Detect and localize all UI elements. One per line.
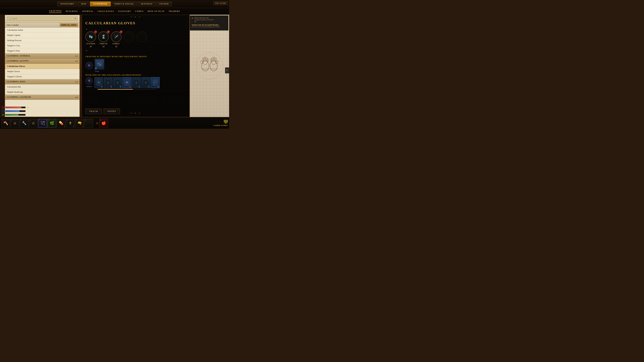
nav-inventory[interactable]: INVENTORY (57, 1, 77, 6)
augment-card-1[interactable]: ⊕ (94, 77, 103, 88)
hotbar-slot-8[interactable]: 8 🗡 6 (66, 119, 75, 128)
hotbar-slot-1[interactable]: 1 🪓 (1, 119, 10, 128)
augment-card-dot-1: ⊕ (101, 86, 103, 87)
svg-point-32 (200, 60, 203, 64)
subnav-journal[interactable]: JOURNAL (82, 10, 94, 12)
augment-scrollbar-fill (98, 89, 133, 90)
category-count: 4/4 (75, 96, 78, 98)
quest-title-2: Venture into the Ascended Realms (192, 24, 226, 26)
augment-card-5[interactable]: ⊕ (132, 77, 141, 88)
bench-card[interactable]: ⊕ (95, 59, 104, 69)
subnav-crafting[interactable]: CRAFTING (49, 10, 62, 13)
brand-bar-1 (224, 120, 224, 122)
nav-party-social[interactable]: PARTY & SOCIAL (111, 1, 137, 6)
bench-card-inner (96, 60, 104, 68)
ingredient-fabric: ✕ 🪡 FABRIC x2 (111, 31, 122, 48)
brand-bar-4 (226, 120, 227, 123)
left-panel-header: 🔍 ✕ (5, 15, 80, 22)
list-item-trappers-coat[interactable]: Trapper's Coat (5, 43, 80, 48)
brand-bar-2 (225, 120, 225, 123)
svg-rect-24 (154, 83, 157, 83)
remove-fabric-icon[interactable]: ✕ (120, 30, 122, 33)
mark-all-read-button[interactable]: MARK ALL READ (60, 23, 78, 26)
quest-title-1: Silence the Fae's tune (194, 17, 214, 19)
hotbar-icon-6: 🌿 (50, 121, 54, 125)
remove-thread-icon[interactable]: ✕ (107, 30, 110, 33)
remove-leather-icon[interactable]: ✕ (94, 30, 97, 33)
quest-item-1: ● Silence the Fae's tune Conquer Bastill… (192, 17, 226, 22)
augment-card-2[interactable]: ⊕ (104, 77, 112, 88)
quest-sub-2: Travel to an Ascended Antiquarian Realm (192, 26, 226, 28)
brand-bar-3 (226, 120, 226, 124)
close-button[interactable]: ESC CLOSE (213, 1, 228, 5)
hotbar-slot-0[interactable]: 0 (84, 119, 93, 128)
list-item-trappers-gloves[interactable]: Trapper's Gloves (5, 74, 80, 79)
augment-card-3[interactable]: ⊕ (113, 77, 122, 88)
svg-point-35 (210, 61, 217, 71)
hotbar-q-slot[interactable]: Q 🍎 (99, 119, 108, 128)
augment-label: Science (86, 85, 92, 87)
augment-card-6[interactable]: ⊕ (142, 77, 150, 88)
hotbar-icon-3: 🔧 (22, 121, 26, 125)
search-input[interactable] (12, 17, 73, 20)
mana-bar-fill (6, 110, 20, 112)
top-navigation: INVENTORY MAP GUIDEBOOK PARTY & SOCIAL S… (0, 0, 229, 8)
subnav-codex[interactable]: CODEX (135, 10, 144, 12)
list-item[interactable]: Striking Peacoat (5, 38, 80, 43)
svg-rect-25 (154, 84, 156, 84)
chat-button[interactable]: ✉ (225, 67, 229, 73)
hotbar-slot-4[interactable]: 4 ⚔ (29, 119, 38, 128)
quest-notification: ● Silence the Fae's tune Conquer Bastill… (190, 15, 228, 30)
list-item-trappers-pack[interactable]: Trapper's Pack (5, 48, 80, 53)
subnav-challenges[interactable]: CHALLENGES (98, 10, 114, 12)
list-item-simple-headwrap[interactable]: Simple Headwrap (5, 89, 80, 95)
nav-guidebook[interactable]: GUIDEBOOK (90, 1, 110, 6)
ingredient-empty-2 (136, 31, 147, 42)
fabric-qty: x2 (115, 45, 117, 48)
stamina-row: ⚡ (1, 113, 32, 116)
subnav-glossary[interactable]: GLOSSARY (118, 10, 131, 12)
chat-icon: ✉ (226, 69, 228, 72)
hotbar-key-6: 6 (48, 119, 49, 121)
hotbar-slot-5[interactable]: 5 🏹 (38, 119, 47, 128)
hotbar-q-icon: 🍎 (102, 121, 106, 125)
augment-card-7[interactable]: ⊕ (151, 77, 160, 88)
hotbar-icon-5: 🏹 (40, 121, 45, 125)
category-count: 1/1 (75, 55, 78, 57)
search-clear-icon[interactable]: ✕ (74, 17, 76, 20)
nav-map[interactable]: MAP (78, 1, 90, 6)
hotbar-slot-3[interactable]: 3 🔧 (20, 119, 28, 128)
list-item[interactable]: Calcularian Jacket (5, 27, 80, 33)
hotbar: 1 🪓 2 ⚔ 3 🔧 4 ⚔ 5 🏹 6 🌿 7 💊 3 8 🗡 6 9 🔫 … (0, 117, 229, 129)
subnav-building[interactable]: BUILDING (66, 10, 78, 12)
hotbar-key-9: 9 (76, 119, 77, 121)
list-item-calcularian-hat[interactable]: Calcularian Hat (5, 84, 80, 89)
stamina-bar-fill (6, 114, 18, 115)
hotbar-slot-9[interactable]: 9 🔫 2 (75, 119, 84, 128)
svg-point-31 (207, 59, 209, 62)
hotbar-slot-6[interactable]: 6 🌿 (48, 119, 56, 128)
hotbar-key-1: 1 (2, 119, 3, 121)
list-item[interactable]: Simple Capelet (5, 33, 80, 38)
quest-sub-1: Conquer Bastilles of Intellect (194, 19, 214, 21)
augment-scrollbar[interactable] (98, 89, 156, 90)
nav-settings[interactable]: SETTINGS (138, 1, 156, 6)
nav-system[interactable]: SYSTEM (156, 1, 172, 6)
hotbar-slot-2[interactable]: 2 ⚔ (10, 119, 19, 128)
subnav-traders[interactable]: TRADERS (169, 10, 180, 12)
subnav-howtoplay[interactable]: HOW TO PLAY (148, 10, 164, 12)
augment-cards-row: ⊕ ⊕ (94, 77, 160, 88)
hotbar-slot-7[interactable]: 7 💊 3 (57, 119, 66, 128)
list-item-simple-gloves[interactable]: Simple Gloves (5, 69, 80, 74)
bench-label: Tailor (95, 70, 104, 72)
ingredients-section: ＋ ✕ 🧤 LEATHER x2 ✕ 🧵 THREAD x2 (82, 26, 189, 54)
augment-card-4[interactable]: N ⊕ (122, 77, 131, 88)
filter-bar: Only Craftable MARK ALL READ (5, 22, 80, 27)
hotbar-icon-1: 🪓 (4, 121, 8, 125)
hotbar-icon-7: 💊 (59, 121, 64, 125)
augment-label-col: ⚗ Science (85, 77, 93, 87)
list-container[interactable]: Calcularian Jacket Simple Capelet Striki… (5, 27, 80, 117)
hotbar-count-7: 3 (64, 125, 65, 127)
list-item-calcularian-gloves[interactable]: Calcularian Gloves (5, 63, 80, 69)
svg-rect-17 (136, 83, 137, 84)
